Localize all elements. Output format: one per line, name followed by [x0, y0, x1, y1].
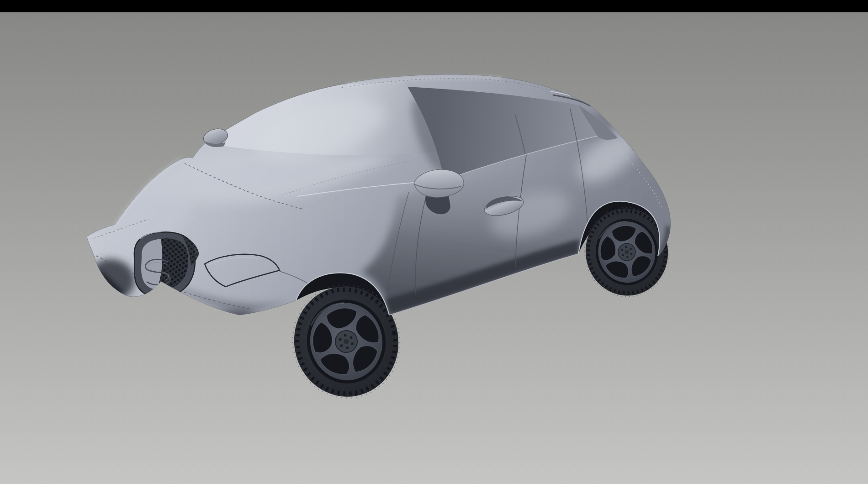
cad-viewport[interactable] [0, 0, 868, 484]
top-letterbox-bar [0, 0, 868, 12]
